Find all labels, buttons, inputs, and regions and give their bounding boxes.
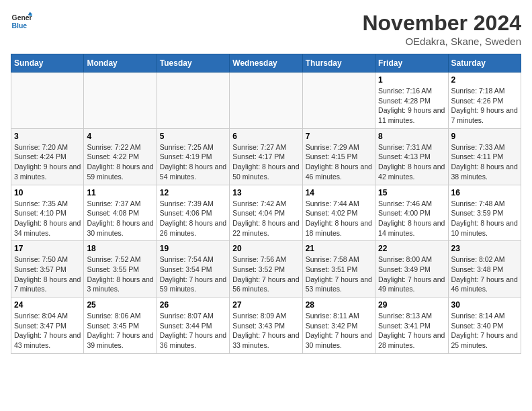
calendar-cell: 25Sunrise: 8:06 AM Sunset: 3:45 PM Dayli… bbox=[84, 298, 157, 354]
day-number: 23 bbox=[451, 244, 518, 253]
day-number: 2 bbox=[451, 75, 518, 85]
calendar-cell: 8Sunrise: 7:31 AM Sunset: 4:13 PM Daylig… bbox=[375, 128, 448, 185]
title-block: November 2024 OEdakra, Skane, Sweden bbox=[362, 11, 521, 47]
header-wednesday: Wednesday bbox=[230, 54, 302, 73]
day-info: Sunrise: 8:07 AM Sunset: 3:44 PM Dayligh… bbox=[160, 311, 226, 351]
day-number: 26 bbox=[160, 300, 226, 310]
calendar-cell: 13Sunrise: 7:42 AM Sunset: 4:04 PM Dayli… bbox=[230, 185, 302, 241]
calendar-cell: 10Sunrise: 7:35 AM Sunset: 4:10 PM Dayli… bbox=[11, 185, 84, 241]
calendar-cell: 9Sunrise: 7:33 AM Sunset: 4:11 PM Daylig… bbox=[448, 128, 521, 185]
day-number: 29 bbox=[378, 300, 445, 310]
calendar-cell: 1Sunrise: 7:16 AM Sunset: 4:28 PM Daylig… bbox=[375, 73, 448, 129]
calendar-body: 1Sunrise: 7:16 AM Sunset: 4:28 PM Daylig… bbox=[11, 73, 521, 354]
day-number: 11 bbox=[87, 188, 153, 197]
day-info: Sunrise: 7:46 AM Sunset: 4:00 PM Dayligh… bbox=[378, 199, 445, 238]
day-info: Sunrise: 8:04 AM Sunset: 3:47 PM Dayligh… bbox=[14, 311, 81, 351]
header-tuesday: Tuesday bbox=[157, 54, 229, 73]
header-saturday: Saturday bbox=[448, 54, 521, 73]
day-info: Sunrise: 7:25 AM Sunset: 4:19 PM Dayligh… bbox=[160, 142, 226, 182]
day-number: 12 bbox=[160, 188, 226, 197]
day-number: 20 bbox=[232, 244, 299, 253]
day-info: Sunrise: 7:44 AM Sunset: 4:02 PM Dayligh… bbox=[306, 199, 372, 238]
calendar-cell: 23Sunrise: 8:02 AM Sunset: 3:48 PM Dayli… bbox=[448, 241, 521, 298]
day-number: 17 bbox=[14, 244, 81, 253]
logo-icon: General Blue bbox=[11, 11, 32, 32]
header-thursday: Thursday bbox=[302, 54, 375, 73]
calendar-cell: 12Sunrise: 7:39 AM Sunset: 4:06 PM Dayli… bbox=[157, 185, 229, 241]
day-number: 13 bbox=[232, 188, 299, 197]
day-info: Sunrise: 7:42 AM Sunset: 4:04 PM Dayligh… bbox=[232, 199, 299, 238]
day-number: 24 bbox=[14, 300, 81, 310]
calendar-cell: 22Sunrise: 8:00 AM Sunset: 3:49 PM Dayli… bbox=[375, 241, 448, 298]
day-number: 5 bbox=[160, 132, 226, 141]
day-number: 22 bbox=[378, 244, 445, 253]
day-number: 9 bbox=[451, 132, 518, 141]
day-info: Sunrise: 8:13 AM Sunset: 3:41 PM Dayligh… bbox=[378, 311, 445, 351]
calendar-cell: 14Sunrise: 7:44 AM Sunset: 4:02 PM Dayli… bbox=[302, 185, 375, 241]
day-number: 4 bbox=[87, 132, 153, 141]
calendar-cell bbox=[157, 73, 229, 129]
calendar-cell: 27Sunrise: 8:09 AM Sunset: 3:43 PM Dayli… bbox=[230, 298, 302, 354]
day-info: Sunrise: 8:02 AM Sunset: 3:48 PM Dayligh… bbox=[451, 255, 518, 294]
day-info: Sunrise: 7:58 AM Sunset: 3:51 PM Dayligh… bbox=[306, 255, 372, 294]
calendar-cell: 20Sunrise: 7:56 AM Sunset: 3:52 PM Dayli… bbox=[230, 241, 302, 298]
day-info: Sunrise: 7:52 AM Sunset: 3:55 PM Dayligh… bbox=[87, 255, 153, 294]
day-number: 19 bbox=[160, 244, 226, 253]
day-info: Sunrise: 7:39 AM Sunset: 4:06 PM Dayligh… bbox=[160, 199, 226, 238]
calendar-cell bbox=[11, 73, 84, 129]
calendar-cell: 16Sunrise: 7:48 AM Sunset: 3:59 PM Dayli… bbox=[448, 185, 521, 241]
day-info: Sunrise: 8:00 AM Sunset: 3:49 PM Dayligh… bbox=[378, 255, 445, 294]
week-row-2: 10Sunrise: 7:35 AM Sunset: 4:10 PM Dayli… bbox=[11, 185, 521, 241]
day-info: Sunrise: 8:14 AM Sunset: 3:40 PM Dayligh… bbox=[451, 311, 518, 351]
calendar-cell: 28Sunrise: 8:11 AM Sunset: 3:42 PM Dayli… bbox=[302, 298, 375, 354]
week-row-1: 3Sunrise: 7:20 AM Sunset: 4:24 PM Daylig… bbox=[11, 128, 521, 185]
day-info: Sunrise: 7:54 AM Sunset: 3:54 PM Dayligh… bbox=[160, 255, 226, 294]
calendar-cell: 30Sunrise: 8:14 AM Sunset: 3:40 PM Dayli… bbox=[448, 298, 521, 354]
day-number: 14 bbox=[306, 188, 372, 197]
logo: General Blue bbox=[11, 11, 32, 32]
calendar-cell bbox=[230, 73, 302, 129]
calendar-cell: 6Sunrise: 7:27 AM Sunset: 4:17 PM Daylig… bbox=[230, 128, 302, 185]
day-number: 30 bbox=[451, 300, 518, 310]
svg-text:Blue: Blue bbox=[12, 22, 28, 30]
day-number: 6 bbox=[232, 132, 299, 141]
day-info: Sunrise: 7:29 AM Sunset: 4:15 PM Dayligh… bbox=[306, 142, 372, 182]
day-info: Sunrise: 7:56 AM Sunset: 3:52 PM Dayligh… bbox=[232, 255, 299, 294]
day-number: 25 bbox=[87, 300, 153, 310]
day-number: 28 bbox=[306, 300, 372, 310]
calendar-table: SundayMondayTuesdayWednesdayThursdayFrid… bbox=[11, 54, 521, 354]
day-number: 7 bbox=[306, 132, 372, 141]
calendar-cell: 21Sunrise: 7:58 AM Sunset: 3:51 PM Dayli… bbox=[302, 241, 375, 298]
day-info: Sunrise: 7:20 AM Sunset: 4:24 PM Dayligh… bbox=[14, 142, 81, 182]
week-row-4: 24Sunrise: 8:04 AM Sunset: 3:47 PM Dayli… bbox=[11, 298, 521, 354]
calendar-cell: 15Sunrise: 7:46 AM Sunset: 4:00 PM Dayli… bbox=[375, 185, 448, 241]
location-subtitle: OEdakra, Skane, Sweden bbox=[362, 36, 521, 47]
calendar-cell: 4Sunrise: 7:22 AM Sunset: 4:22 PM Daylig… bbox=[84, 128, 157, 185]
day-info: Sunrise: 7:18 AM Sunset: 4:26 PM Dayligh… bbox=[451, 86, 518, 126]
day-number: 15 bbox=[378, 188, 445, 197]
calendar-header: SundayMondayTuesdayWednesdayThursdayFrid… bbox=[11, 54, 521, 73]
day-info: Sunrise: 7:31 AM Sunset: 4:13 PM Dayligh… bbox=[378, 142, 445, 182]
week-row-3: 17Sunrise: 7:50 AM Sunset: 3:57 PM Dayli… bbox=[11, 241, 521, 298]
day-info: Sunrise: 7:48 AM Sunset: 3:59 PM Dayligh… bbox=[451, 199, 518, 238]
day-number: 1 bbox=[378, 75, 445, 85]
day-info: Sunrise: 7:37 AM Sunset: 4:08 PM Dayligh… bbox=[87, 199, 153, 238]
svg-text:General: General bbox=[12, 14, 32, 21]
calendar-cell: 19Sunrise: 7:54 AM Sunset: 3:54 PM Dayli… bbox=[157, 241, 229, 298]
calendar-cell: 3Sunrise: 7:20 AM Sunset: 4:24 PM Daylig… bbox=[11, 128, 84, 185]
week-row-0: 1Sunrise: 7:16 AM Sunset: 4:28 PM Daylig… bbox=[11, 73, 521, 129]
calendar-cell bbox=[84, 73, 157, 129]
day-info: Sunrise: 7:27 AM Sunset: 4:17 PM Dayligh… bbox=[232, 142, 299, 182]
day-info: Sunrise: 7:35 AM Sunset: 4:10 PM Dayligh… bbox=[14, 199, 81, 238]
day-info: Sunrise: 7:22 AM Sunset: 4:22 PM Dayligh… bbox=[87, 142, 153, 182]
calendar-cell: 7Sunrise: 7:29 AM Sunset: 4:15 PM Daylig… bbox=[302, 128, 375, 185]
calendar-cell: 18Sunrise: 7:52 AM Sunset: 3:55 PM Dayli… bbox=[84, 241, 157, 298]
calendar-cell: 29Sunrise: 8:13 AM Sunset: 3:41 PM Dayli… bbox=[375, 298, 448, 354]
page-header: General Blue November 2024 OEdakra, Skan… bbox=[11, 11, 521, 47]
header-monday: Monday bbox=[84, 54, 157, 73]
day-number: 18 bbox=[87, 244, 153, 253]
day-info: Sunrise: 8:06 AM Sunset: 3:45 PM Dayligh… bbox=[87, 311, 153, 351]
calendar-cell: 24Sunrise: 8:04 AM Sunset: 3:47 PM Dayli… bbox=[11, 298, 84, 354]
calendar-cell: 5Sunrise: 7:25 AM Sunset: 4:19 PM Daylig… bbox=[157, 128, 229, 185]
calendar-cell: 2Sunrise: 7:18 AM Sunset: 4:26 PM Daylig… bbox=[448, 73, 521, 129]
